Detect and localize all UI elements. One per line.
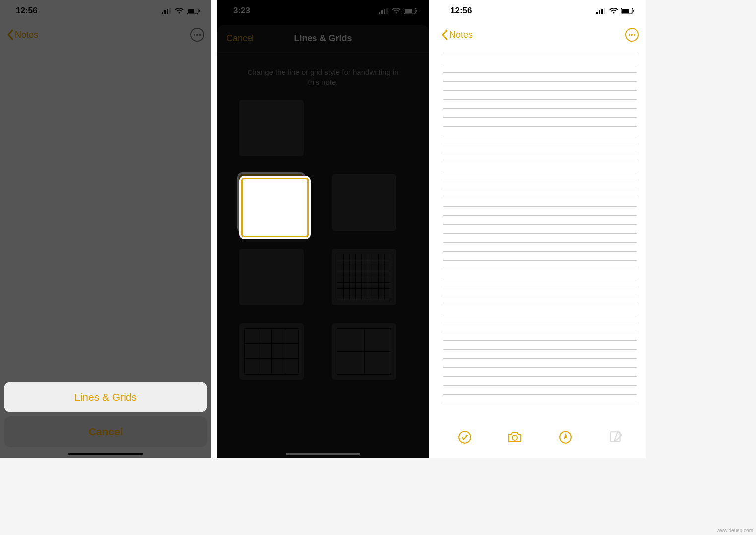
wifi-icon <box>175 8 184 14</box>
svg-rect-17 <box>599 10 600 14</box>
back-label: Notes <box>449 30 473 40</box>
svg-rect-23 <box>633 10 634 12</box>
svg-rect-19 <box>604 8 605 14</box>
svg-rect-10 <box>384 9 385 14</box>
status-time: 3:23 <box>233 6 250 16</box>
screen-1-action-sheet: 12:56 Notes Lines & Grids Cancel <box>0 0 211 458</box>
svg-rect-14 <box>405 9 412 13</box>
lines-grids-button[interactable]: Lines & Grids <box>4 382 207 412</box>
status-icons <box>596 8 635 14</box>
more-button[interactable] <box>190 28 204 42</box>
wifi-icon <box>609 8 618 14</box>
watermark: www.deuaq.com <box>717 528 753 533</box>
style-option-grid-small[interactable] <box>332 249 396 305</box>
svg-rect-2 <box>167 9 168 14</box>
nav-bar: Notes <box>0 22 211 48</box>
status-bar: 12:56 <box>0 0 211 22</box>
svg-rect-22 <box>622 9 629 13</box>
svg-rect-3 <box>169 8 171 14</box>
cellular-icon <box>596 8 606 14</box>
wifi-icon <box>392 8 401 14</box>
style-option-grid-large[interactable] <box>332 323 396 380</box>
bottom-toolbar <box>435 423 646 451</box>
home-indicator[interactable] <box>286 453 360 455</box>
svg-rect-11 <box>386 8 388 14</box>
status-icons <box>379 8 418 14</box>
svg-point-20 <box>613 12 615 13</box>
chevron-left-icon <box>7 29 14 40</box>
back-button[interactable]: Notes <box>441 29 473 40</box>
modal-description: Change the line or grid style for handwr… <box>217 53 429 100</box>
style-option-lines-medium[interactable] <box>332 174 396 231</box>
svg-rect-6 <box>188 9 194 13</box>
cellular-icon <box>162 8 172 14</box>
lines-grids-label: Lines & Grids <box>74 391 137 403</box>
nav-bar: Notes <box>435 22 646 48</box>
style-option-lines-narrow[interactable] <box>239 174 304 231</box>
screen-3-lined-note: 12:56 Notes <box>435 0 646 458</box>
more-button[interactable] <box>625 28 639 42</box>
battery-icon <box>621 8 635 14</box>
style-option-blank[interactable] <box>239 100 304 156</box>
status-time: 12:56 <box>16 6 37 16</box>
camera-button[interactable] <box>507 430 522 445</box>
lines-grids-modal: Cancel Lines & Grids Change the line or … <box>217 25 429 458</box>
svg-rect-15 <box>416 10 417 12</box>
back-label: Notes <box>15 30 38 40</box>
svg-point-25 <box>512 435 517 440</box>
svg-rect-16 <box>596 12 598 14</box>
cancel-label: Cancel <box>89 426 123 438</box>
status-bar: 3:23 <box>217 0 429 22</box>
style-options-grid <box>217 100 429 380</box>
svg-rect-1 <box>164 10 166 14</box>
svg-rect-18 <box>601 9 603 14</box>
home-indicator[interactable] <box>68 453 143 455</box>
screen-2-style-picker: 3:23 Cancel Lines & Grids Change the lin… <box>217 0 429 458</box>
style-option-grid-medium[interactable] <box>239 323 304 380</box>
svg-rect-7 <box>199 10 200 12</box>
status-bar: 12:56 <box>435 0 646 22</box>
battery-icon <box>404 8 418 14</box>
battery-icon <box>187 8 200 14</box>
cellular-icon <box>379 8 389 14</box>
modal-header: Cancel Lines & Grids <box>217 25 429 53</box>
svg-rect-9 <box>381 10 383 14</box>
modal-cancel-button[interactable]: Cancel <box>226 33 254 44</box>
svg-rect-0 <box>162 12 163 14</box>
checklist-button[interactable] <box>457 430 472 445</box>
action-sheet: Lines & Grids Cancel <box>4 382 207 451</box>
svg-point-24 <box>459 431 471 443</box>
svg-point-12 <box>396 12 397 13</box>
svg-point-4 <box>179 12 180 13</box>
markup-button[interactable] <box>558 430 573 445</box>
status-time: 12:56 <box>450 6 472 16</box>
back-button[interactable]: Notes <box>7 29 38 40</box>
note-canvas-lined[interactable] <box>443 55 637 418</box>
status-icons <box>162 8 200 14</box>
cancel-button[interactable]: Cancel <box>4 416 207 447</box>
style-option-lines-wide[interactable] <box>239 249 304 305</box>
chevron-left-icon <box>441 29 448 40</box>
new-note-button[interactable] <box>608 430 623 445</box>
svg-rect-8 <box>379 12 380 14</box>
